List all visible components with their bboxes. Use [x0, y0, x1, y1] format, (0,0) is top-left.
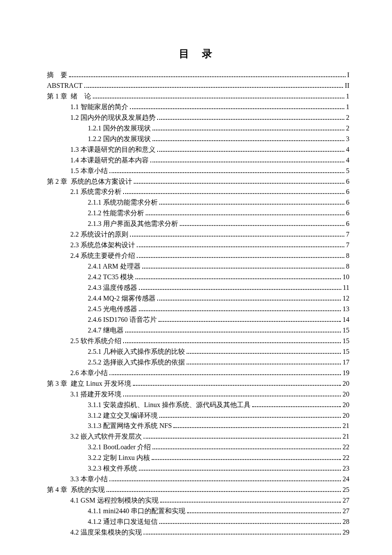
- toc-entry: 3.1.3 配置网络文件系统 NFS21: [47, 421, 349, 431]
- toc-entry-page: 7: [346, 240, 349, 251]
- toc-entry: 1.1 智能家居的简介1: [47, 102, 349, 113]
- toc-entry: 2.4.2 TC35 模块10: [47, 272, 349, 283]
- toc-leader-dots: [187, 360, 341, 364]
- toc-leader-dots: [139, 466, 341, 471]
- toc-entry: 3.1 搭建开发环境20: [47, 389, 349, 400]
- toc-entry-text: 2.1.2 性能需求分析: [88, 208, 144, 219]
- toc-entry: 第 3 章 建立 Linux 开发环境20: [47, 379, 349, 389]
- toc-entry: 4.1 GSM 远程控制模块的实现27: [47, 495, 349, 506]
- toc-entry-text: 3.1.2 建立交叉编译环境: [88, 410, 158, 421]
- toc-entry-page: 1: [346, 91, 349, 102]
- toc-entry-text: 第 2 章 系统的总体方案设计: [47, 176, 132, 187]
- toc-entry: 2.5 软件系统介绍15: [47, 336, 349, 347]
- toc-leader-dots: [123, 339, 341, 343]
- toc-entry: 1.4 本课题研究的基本内容4: [47, 155, 349, 166]
- toc-entry-text: 摘 要: [47, 70, 67, 81]
- toc-entry: 2.1.1 系统功能需求分析6: [47, 197, 349, 208]
- toc-leader-dots: [139, 286, 341, 290]
- toc-entry-text: 3.2 嵌入式软件开发层次: [70, 431, 142, 442]
- toc-leader-dots: [107, 488, 341, 492]
- toc-entry: 2.6 本章小结19: [47, 368, 349, 379]
- toc-entry-text: 3.2.1 BootLoader 介绍: [88, 442, 151, 453]
- toc-entry-page: 8: [346, 251, 349, 261]
- toc-entry-page: 3: [346, 134, 349, 145]
- toc-entry-page: 1: [346, 102, 349, 113]
- toc-entry-text: 2.5.2 选择嵌入式操作系统的依据: [88, 357, 185, 368]
- toc-leader-dots: [93, 94, 344, 98]
- toc-leader-dots: [137, 243, 344, 247]
- toc-entry-page: 13: [343, 304, 349, 315]
- toc-entry-page: 28: [343, 517, 349, 527]
- toc-leader-dots: [187, 509, 341, 513]
- toc-entry-page: 6: [346, 187, 349, 197]
- toc-leader-dots: [159, 413, 341, 418]
- toc-entry: 3.2.1 BootLoader 介绍22: [47, 442, 349, 453]
- toc-entry-page: 24: [343, 474, 349, 485]
- toc-entry-text: 4.2 温度采集模块的实现: [70, 527, 142, 538]
- toc-entry-page: 20: [343, 379, 349, 389]
- toc-entry-text: 1.1 智能家居的简介: [70, 102, 128, 113]
- toc-entry: 4.2 温度采集模块的实现29: [47, 527, 349, 538]
- toc-leader-dots: [84, 84, 343, 88]
- toc-leader-dots: [152, 456, 341, 460]
- toc-entry-text: 2.6 本章小结: [70, 368, 108, 379]
- toc-entry-page: 20: [343, 400, 349, 410]
- toc-leader-dots: [159, 200, 344, 205]
- toc-entry: 2.4.6 ISD1760 语音芯片14: [47, 315, 349, 325]
- toc-entry: 1.3 本课题研究的目的和意义4: [47, 145, 349, 155]
- toc-leader-dots: [137, 254, 344, 258]
- toc-entry-text: 2.1.1 系统功能需求分析: [88, 197, 158, 208]
- toc-entry-text: ABSTRACT: [47, 81, 83, 91]
- toc-entry: 第 4 章 系统的实现25: [47, 485, 349, 495]
- toc-entry-page: 5: [346, 166, 349, 176]
- toc-leader-dots: [150, 158, 344, 162]
- toc-entry-page: 22: [343, 453, 349, 463]
- toc-entry-page: 11: [343, 283, 349, 293]
- toc-entry-text: 1.2.1 国外的发展现状: [88, 123, 151, 134]
- toc-entry-page: 27: [343, 506, 349, 517]
- toc-entry: 2.1.3 用户界面及其他需求分析6: [47, 219, 349, 229]
- toc-leader-dots: [146, 211, 344, 215]
- toc-entry-text: 1.3 本课题研究的目的和意义: [70, 145, 156, 155]
- toc-entry: 摘 要I: [47, 70, 349, 81]
- toc-leader-dots: [157, 116, 344, 120]
- toc-entry-page: 4: [346, 145, 349, 155]
- toc-entry-page: 15: [343, 336, 349, 347]
- toc-entry-page: 4: [346, 155, 349, 166]
- toc-entry-page: 6: [346, 219, 349, 229]
- toc-entry-page: 29: [343, 527, 349, 538]
- toc-entry-page: 2: [346, 113, 349, 123]
- toc-entry: 3.2.3 根文件系统23: [47, 463, 349, 474]
- toc-entry-page: 21: [343, 431, 349, 442]
- toc-leader-dots: [157, 147, 344, 152]
- toc-entry-page: 19: [343, 368, 349, 379]
- toc-entry: 2.5.2 选择嵌入式操作系统的依据17: [47, 357, 349, 368]
- toc-leader-dots: [110, 371, 341, 375]
- toc-leader-dots: [180, 222, 344, 226]
- toc-entry-text: 3.2.2 定制 Linxu 内核: [88, 453, 150, 463]
- toc-entry-page: 22: [343, 442, 349, 453]
- toc-leader-dots: [187, 350, 341, 354]
- toc-entry: 1.2.1 国外的发展现状2: [47, 123, 349, 134]
- toc-leader-dots: [144, 530, 341, 535]
- toc-leader-dots: [142, 264, 344, 269]
- toc-entry-text: 第 3 章 建立 Linux 开发环境: [47, 379, 131, 389]
- toc-leader-dots: [110, 477, 341, 481]
- toc-list: 摘 要IABSTRACTII第 1 章 绪 论11.1 智能家居的简介11.2 …: [47, 70, 349, 538]
- toc-entry: 3.3 本章小结24: [47, 474, 349, 485]
- toc-entry-text: 2.4.2 TC35 模块: [88, 272, 134, 283]
- toc-leader-dots: [123, 190, 344, 194]
- toc-entry: 2.4 系统主要硬件介绍8: [47, 251, 349, 261]
- toc-entry-page: 7: [346, 229, 349, 240]
- toc-entry-text: 2.5 软件系统介绍: [70, 336, 121, 347]
- toc-entry: 3.2 嵌入式软件开发层次21: [47, 431, 349, 442]
- toc-entry-text: 2.5.1 几种嵌入式操作系统的比较: [88, 347, 185, 357]
- toc-leader-dots: [130, 232, 344, 237]
- toc-entry: 2.1 系统需求分析6: [47, 187, 349, 197]
- toc-entry-text: 1.2.2 国内的发展现状: [88, 134, 151, 145]
- toc-entry-text: 4.1.2 通过串口发送短信: [88, 517, 158, 527]
- toc-entry-page: I: [347, 70, 349, 81]
- toc-entry-page: II: [345, 81, 349, 91]
- toc-entry: 1.5 本章小结5: [47, 166, 349, 176]
- toc-entry: 3.1.1 安装虚拟机、Linux 操作系统、源代码及其他工具20: [47, 400, 349, 410]
